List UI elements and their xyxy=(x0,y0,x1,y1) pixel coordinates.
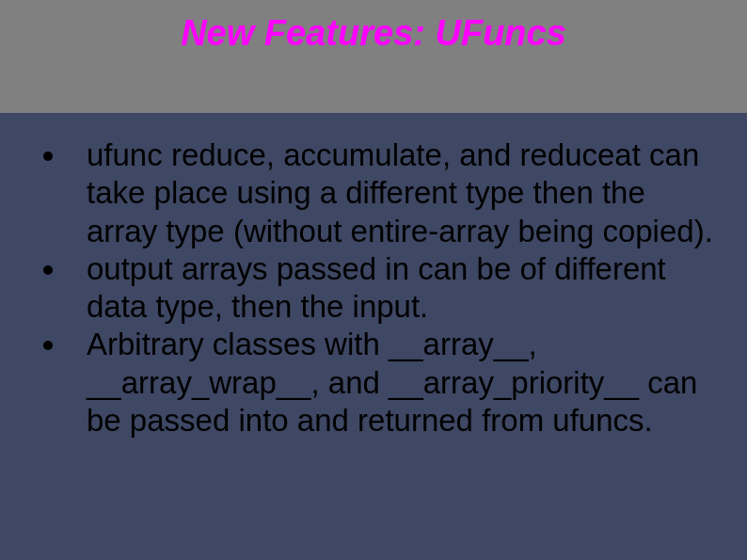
bullet-text: Arbitrary classes with __array__, __arra… xyxy=(87,326,719,440)
list-item: ufunc reduce, accumulate, and reduceat c… xyxy=(43,136,719,250)
bullet-icon xyxy=(43,341,53,350)
bullet-text: output arrays passed in can be of differ… xyxy=(87,250,719,327)
list-item: Arbitrary classes with __array__, __arra… xyxy=(43,326,719,440)
slide-body: ufunc reduce, accumulate, and reduceat c… xyxy=(43,136,719,440)
bullet-text: ufunc reduce, accumulate, and reduceat c… xyxy=(87,136,719,250)
slide: New Features: UFuncs ufunc reduce, accum… xyxy=(0,0,747,560)
list-item: output arrays passed in can be of differ… xyxy=(43,250,719,327)
bullet-icon xyxy=(43,152,53,161)
bullet-list: ufunc reduce, accumulate, and reduceat c… xyxy=(43,136,719,440)
slide-title: New Features: UFuncs xyxy=(0,0,747,54)
bullet-icon xyxy=(43,265,53,275)
header-band: New Features: UFuncs xyxy=(0,0,747,113)
